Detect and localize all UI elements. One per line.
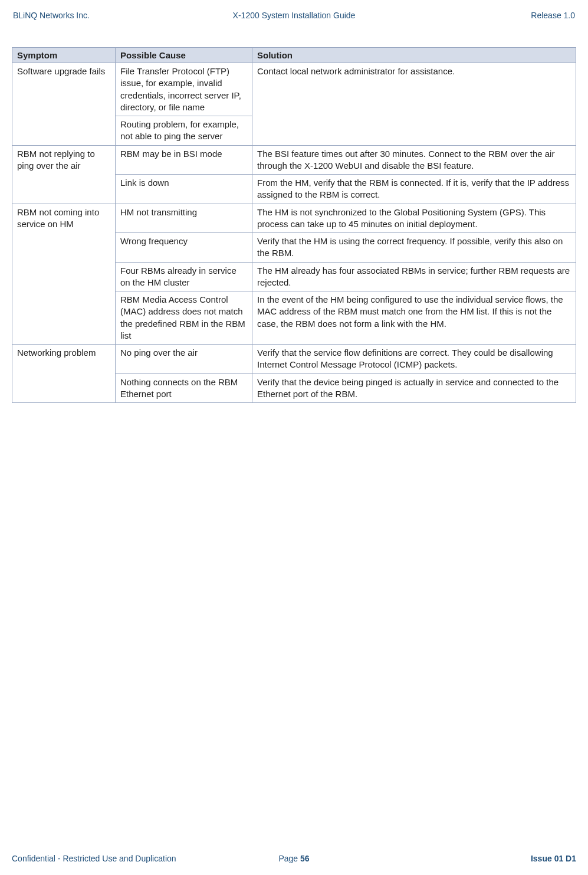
cell-cause: Link is down (116, 175, 252, 204)
header-company: BLiNQ Networks Inc. (13, 11, 201, 20)
cell-solution: In the event of the HM being configured … (252, 291, 576, 345)
cell-solution: The BSI feature times out after 30 minut… (252, 145, 576, 175)
cell-solution: The HM already has four associated RBMs … (252, 262, 576, 291)
cell-cause: No ping over the air (116, 345, 252, 374)
cell-symptom: Software upgrade fails (12, 63, 116, 146)
col-solution: Solution (252, 48, 576, 63)
cell-symptom: Networking problem (12, 345, 116, 403)
footer-confidential: Confidential - Restricted Use and Duplic… (12, 854, 200, 863)
cell-cause: Four RBMs already in service on the HM c… (116, 262, 252, 291)
footer-page-number: 56 (300, 854, 310, 863)
footer-page: Page 56 (200, 854, 388, 863)
footer-page-prefix: Page (278, 854, 300, 863)
cell-solution: Contact local network administrator for … (252, 63, 576, 146)
col-cause: Possible Cause (116, 48, 252, 63)
cell-cause: Wrong frequency (116, 233, 252, 263)
troubleshooting-table: Symptom Possible Cause Solution Software… (12, 47, 576, 403)
cell-cause: RBM Media Access Control (MAC) address d… (116, 291, 252, 345)
cell-solution: The HM is not synchronized to the Global… (252, 204, 576, 233)
header-release: Release 1.0 (387, 11, 575, 20)
cell-solution: Verify that the HM is using the correct … (252, 233, 576, 263)
cell-cause: Routing problem, for example, not able t… (116, 116, 252, 146)
table-row: RBM not replying to ping over the air RB… (12, 145, 576, 175)
cell-solution: From the HM, verify that the RBM is conn… (252, 175, 576, 204)
table-row: RBM not coming into service on HM HM not… (12, 204, 576, 233)
footer-issue: Issue 01 D1 (388, 854, 576, 863)
col-symptom: Symptom (12, 48, 116, 63)
cell-cause: File Transfer Protocol (FTP) issue, for … (116, 63, 252, 116)
cell-solution: Verify that the device being pinged is a… (252, 373, 576, 403)
table-header-row: Symptom Possible Cause Solution (12, 48, 576, 63)
cell-symptom: RBM not replying to ping over the air (12, 145, 116, 204)
page-header: BLiNQ Networks Inc. X-1200 System Instal… (12, 11, 576, 31)
header-title: X-1200 System Installation Guide (201, 11, 388, 20)
page-footer: Confidential - Restricted Use and Duplic… (12, 854, 576, 863)
table-row: Software upgrade fails File Transfer Pro… (12, 63, 576, 116)
cell-symptom: RBM not coming into service on HM (12, 204, 116, 345)
cell-cause: HM not transmitting (116, 204, 252, 233)
table-row: Networking problem No ping over the air … (12, 345, 576, 374)
cell-cause: RBM may be in BSI mode (116, 145, 252, 175)
cell-solution: Verify that the service flow definitions… (252, 345, 576, 374)
cell-cause: Nothing connects on the RBM Ethernet por… (116, 373, 252, 403)
